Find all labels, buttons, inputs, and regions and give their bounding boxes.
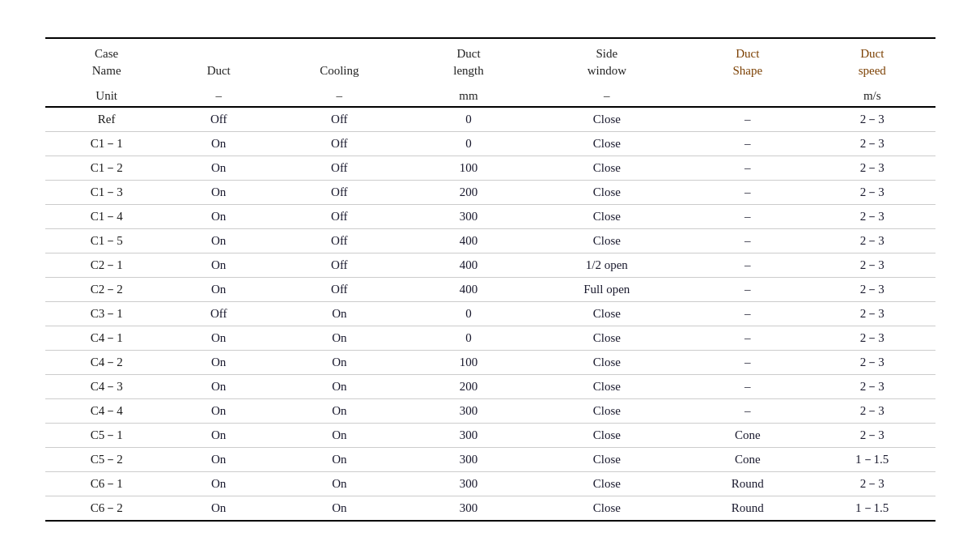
table-cell: C2－1 bbox=[45, 253, 168, 277]
table-header-row: CaseName Duct Cooling Ductlength Sidewin… bbox=[45, 38, 935, 86]
table-row: RefOffOff0Close–2－3 bbox=[45, 107, 935, 132]
table-cell: Off bbox=[269, 277, 409, 301]
table-cell: Close bbox=[528, 398, 686, 423]
table-cell: 1－1.5 bbox=[809, 496, 935, 521]
table-cell: 1－1.5 bbox=[809, 447, 935, 471]
table-cell: 100 bbox=[409, 155, 528, 180]
table-cell: C1－5 bbox=[45, 228, 168, 253]
table-cell: On bbox=[269, 350, 409, 374]
table-cell: – bbox=[686, 374, 809, 398]
table-cell: On bbox=[269, 496, 409, 521]
table-cell: Off bbox=[168, 107, 269, 132]
table-cell: Close bbox=[528, 228, 686, 253]
table-row: C4－3OnOn200Close–2－3 bbox=[45, 374, 935, 398]
table-cell: 2－3 bbox=[809, 253, 935, 277]
table-cell: C1－1 bbox=[45, 131, 168, 155]
table-row: C1－3OnOff200Close–2－3 bbox=[45, 180, 935, 204]
table-cell: Close bbox=[528, 447, 686, 471]
table-cell: Off bbox=[168, 301, 269, 326]
header-duct-length: Ductlength bbox=[409, 38, 528, 86]
table-cell: 2－3 bbox=[809, 471, 935, 496]
table-cell: On bbox=[168, 374, 269, 398]
table-cell: Close bbox=[528, 471, 686, 496]
table-cell: C1－2 bbox=[45, 155, 168, 180]
table-cell: Off bbox=[269, 253, 409, 277]
table-cell: – bbox=[686, 301, 809, 326]
table-row: C1－2OnOff100Close–2－3 bbox=[45, 155, 935, 180]
table-cell: – bbox=[686, 228, 809, 253]
table-cell: C4－1 bbox=[45, 326, 168, 350]
table-row: C6－2OnOn300CloseRound1－1.5 bbox=[45, 496, 935, 521]
table-cell: C6－1 bbox=[45, 471, 168, 496]
table-cell: C4－2 bbox=[45, 350, 168, 374]
table-cell: On bbox=[269, 423, 409, 447]
table-cell: 0 bbox=[409, 326, 528, 350]
header-side-window: Sidewindow bbox=[528, 38, 686, 86]
table-cell: C4－3 bbox=[45, 374, 168, 398]
table-cell: On bbox=[168, 398, 269, 423]
table-cell: On bbox=[269, 301, 409, 326]
table-cell: 1/2 open bbox=[528, 253, 686, 277]
table-cell: Round bbox=[686, 496, 809, 521]
table-cell: C5－2 bbox=[45, 447, 168, 471]
table-row: C2－2OnOff400Full open–2－3 bbox=[45, 277, 935, 301]
table-cell: 2－3 bbox=[809, 398, 935, 423]
table-cell: 2－3 bbox=[809, 423, 935, 447]
table-cell: Full open bbox=[528, 277, 686, 301]
table-row: C1－5OnOff400Close–2－3 bbox=[45, 228, 935, 253]
unit-case-name: Unit bbox=[45, 86, 168, 107]
table-cell: Close bbox=[528, 131, 686, 155]
unit-duct-length: mm bbox=[409, 86, 528, 107]
table-cell: 0 bbox=[409, 131, 528, 155]
table-cell: Ref bbox=[45, 107, 168, 132]
table-cell: 2－3 bbox=[809, 228, 935, 253]
table-cell: Round bbox=[686, 471, 809, 496]
table-cell: Off bbox=[269, 228, 409, 253]
table-row: C1－4OnOff300Close–2－3 bbox=[45, 204, 935, 228]
table-cell: – bbox=[686, 326, 809, 350]
table-row: C4－4OnOn300Close–2－3 bbox=[45, 398, 935, 423]
table-cell: Close bbox=[528, 301, 686, 326]
table-cell: On bbox=[168, 350, 269, 374]
table-row: C5－2OnOn300CloseCone1－1.5 bbox=[45, 447, 935, 471]
table-cell: 200 bbox=[409, 180, 528, 204]
header-case-name: CaseName bbox=[45, 38, 168, 86]
table-cell: C4－4 bbox=[45, 398, 168, 423]
table-cell: On bbox=[168, 471, 269, 496]
unit-duct-speed: m/s bbox=[809, 86, 935, 107]
header-duct-shape: DuctShape bbox=[686, 38, 809, 86]
table-cell: On bbox=[168, 155, 269, 180]
table-cell: 300 bbox=[409, 496, 528, 521]
table-cell: – bbox=[686, 107, 809, 132]
header-duct: Duct bbox=[168, 38, 269, 86]
table-row: C4－1OnOn0Close–2－3 bbox=[45, 326, 935, 350]
table-cell: On bbox=[168, 180, 269, 204]
table-cell: Close bbox=[528, 180, 686, 204]
table-cell: C3－1 bbox=[45, 301, 168, 326]
table-cell: 400 bbox=[409, 253, 528, 277]
table-cell: 300 bbox=[409, 471, 528, 496]
table-cell: Cone bbox=[686, 447, 809, 471]
table-cell: Close bbox=[528, 496, 686, 521]
table-cell: Close bbox=[528, 423, 686, 447]
table-cell: 300 bbox=[409, 398, 528, 423]
table-cell: 2－3 bbox=[809, 204, 935, 228]
table-cell: 400 bbox=[409, 277, 528, 301]
table-cell: Close bbox=[528, 374, 686, 398]
table-cell: Off bbox=[269, 180, 409, 204]
table-cell: 200 bbox=[409, 374, 528, 398]
table-cell: On bbox=[269, 398, 409, 423]
table-cell: Off bbox=[269, 204, 409, 228]
table-cell: 2－3 bbox=[809, 155, 935, 180]
table-cell: On bbox=[269, 326, 409, 350]
table-cell: On bbox=[168, 496, 269, 521]
unit-cooling: – bbox=[269, 86, 409, 107]
table-cell: C6－2 bbox=[45, 496, 168, 521]
table-container: CaseName Duct Cooling Ductlength Sidewin… bbox=[45, 37, 935, 522]
unit-side-window: – bbox=[528, 86, 686, 107]
table-cell: 2－3 bbox=[809, 131, 935, 155]
table-body: RefOffOff0Close–2－3C1－1OnOff0Close–2－3C1… bbox=[45, 107, 935, 521]
table-cell: On bbox=[168, 228, 269, 253]
table-cell: – bbox=[686, 180, 809, 204]
table-cell: 300 bbox=[409, 423, 528, 447]
